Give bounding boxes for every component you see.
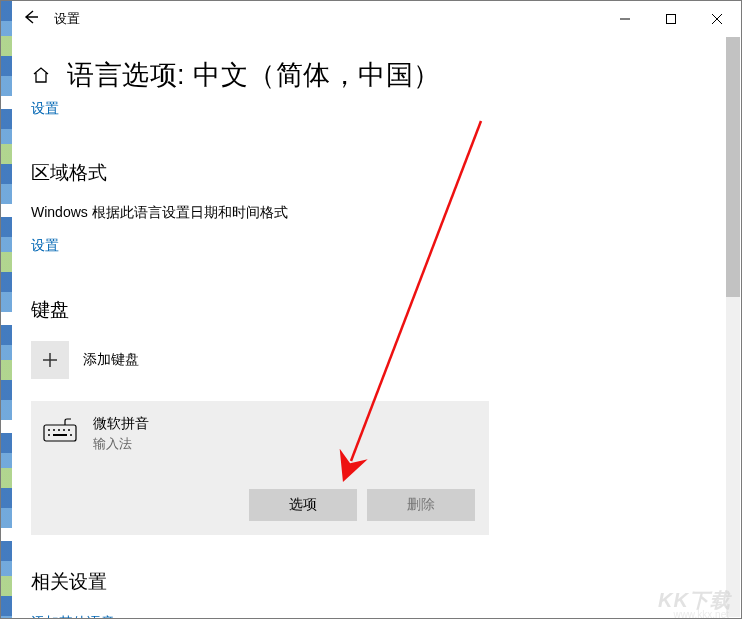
region-heading: 区域格式: [31, 160, 721, 186]
plus-icon: [31, 341, 69, 379]
svg-point-7: [48, 429, 50, 431]
close-button[interactable]: [694, 3, 740, 35]
svg-rect-13: [53, 434, 67, 436]
keyboard-icon: [41, 415, 79, 445]
ime-name: 微软拼音: [93, 415, 149, 433]
settings-link-top[interactable]: 设置: [31, 100, 59, 118]
keyboard-heading: 键盘: [31, 297, 721, 323]
add-other-voice-link[interactable]: 添加其他语音: [31, 614, 115, 618]
delete-button: 删除: [367, 489, 475, 521]
desktop-strip: [1, 1, 12, 618]
back-button[interactable]: [22, 8, 40, 30]
scrollbar-thumb[interactable]: [726, 37, 740, 297]
svg-point-10: [63, 429, 65, 431]
page-title: 语言选项: 中文（简体，中国）: [67, 57, 441, 93]
home-icon[interactable]: [31, 65, 51, 85]
svg-point-14: [70, 434, 72, 436]
maximize-button[interactable]: [648, 3, 694, 35]
scrollbar[interactable]: [726, 37, 740, 617]
titlebar: 设置: [12, 1, 740, 37]
ime-sub: 输入法: [93, 435, 149, 453]
svg-point-12: [48, 434, 50, 436]
window-title: 设置: [54, 10, 80, 28]
add-keyboard-row[interactable]: 添加键盘: [31, 341, 721, 379]
svg-point-11: [68, 429, 70, 431]
ime-card[interactable]: 微软拼音 输入法 选项 删除: [31, 401, 489, 535]
content-area: 语言选项: 中文（简体，中国） 设置 区域格式 Windows 根据此语言设置日…: [31, 57, 721, 618]
svg-rect-6: [44, 425, 76, 441]
svg-point-9: [58, 429, 60, 431]
region-settings-link[interactable]: 设置: [31, 237, 59, 255]
minimize-button[interactable]: [602, 3, 648, 35]
region-desc: Windows 根据此语言设置日期和时间格式: [31, 204, 721, 222]
svg-point-8: [53, 429, 55, 431]
related-heading: 相关设置: [31, 569, 721, 595]
options-button[interactable]: 选项: [249, 489, 357, 521]
watermark-url: www.kkx.net: [673, 609, 729, 619]
svg-rect-1: [667, 15, 676, 24]
add-keyboard-label: 添加键盘: [83, 351, 139, 369]
